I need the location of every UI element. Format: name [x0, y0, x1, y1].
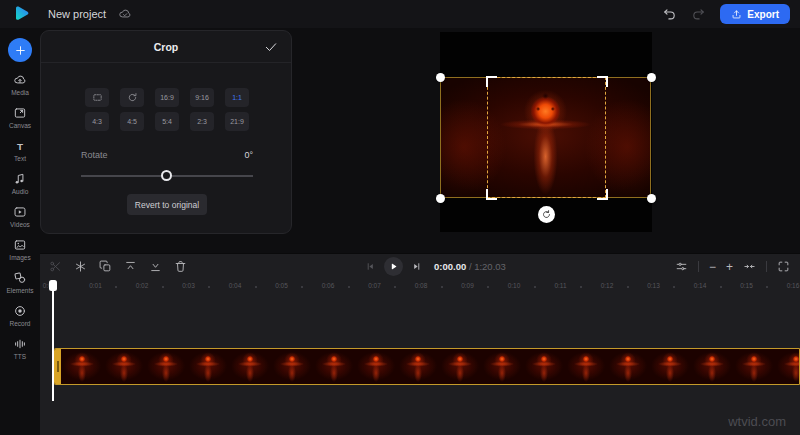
aspect-button-5-4[interactable]: 5:4 — [155, 112, 179, 131]
timeline: 0:00.00 / 1:20.03 − + 0:00 0:01 — [40, 253, 800, 435]
aspect-button-4-3[interactable]: 4:3 — [85, 112, 109, 131]
track-options-icon[interactable] — [675, 260, 688, 273]
crop-selection-box[interactable] — [487, 77, 606, 198]
aspect-row-1: 16:9 9:16 1:1 — [41, 88, 293, 107]
add-media-button[interactable] — [8, 38, 32, 62]
aspect-button-16-9[interactable]: 16:9 — [155, 88, 179, 107]
divider — [698, 261, 699, 272]
music-note-icon — [13, 172, 27, 186]
sidebar-item-videos[interactable]: Videos — [0, 200, 40, 233]
sidebar-item-label: Media — [11, 89, 29, 96]
previous-frame-icon[interactable] — [365, 261, 376, 272]
zoom-in-icon[interactable]: + — [726, 261, 733, 273]
playhead[interactable] — [49, 280, 58, 401]
crop-panel-header: Crop — [41, 31, 291, 63]
ruler-label: 0:05 — [275, 282, 288, 289]
crop-corner-handle-tl[interactable] — [486, 76, 497, 87]
clip-filmstrip — [61, 349, 799, 384]
sidebar-item-label: Audio — [12, 188, 29, 195]
media-corner-handle-tl[interactable] — [436, 73, 445, 82]
fullscreen-icon[interactable] — [777, 260, 790, 273]
total-time: 1:20.03 — [474, 261, 506, 272]
waveform-icon — [13, 337, 27, 351]
export-button[interactable]: Export — [720, 4, 790, 24]
topbar-actions: Export — [662, 0, 790, 28]
aspect-row-2: 4:3 4:5 5:4 2:3 21:9 — [41, 112, 293, 131]
sidebar-item-canvas[interactable]: Canvas — [0, 101, 40, 134]
aspect-button-1-1[interactable]: 1:1 — [225, 88, 249, 107]
crop-panel-title: Crop — [154, 41, 179, 53]
timeline-toolbar-left — [49, 254, 187, 279]
svg-text:T: T — [17, 141, 23, 152]
video-canvas[interactable] — [440, 32, 652, 232]
timeline-ruler[interactable]: 0:00 0:01 0:02 0:03 0:04 0:05 0:06 0:07 … — [40, 279, 800, 295]
duplicate-icon[interactable] — [99, 260, 112, 273]
crop-corner-handle-br[interactable] — [597, 189, 608, 200]
delete-icon[interactable] — [174, 260, 187, 273]
sidebar-item-media[interactable]: Media — [0, 68, 40, 101]
aspect-button-21-9[interactable]: 21:9 — [225, 112, 249, 131]
play-button[interactable] — [384, 257, 403, 276]
sidebar-item-images[interactable]: Images — [0, 233, 40, 266]
rotate-row: Rotate 0° — [81, 150, 253, 160]
media-corner-handle-bl[interactable] — [436, 194, 445, 203]
aspect-button-9-16[interactable]: 9:16 — [190, 88, 214, 107]
ruler-label: 0:14 — [694, 282, 707, 289]
video-play-icon — [13, 205, 27, 219]
media-corner-handle-br[interactable] — [647, 194, 656, 203]
rotate-slider-handle[interactable] — [161, 170, 172, 181]
video-clip[interactable] — [53, 348, 800, 385]
sidebar-item-record[interactable]: Record — [0, 299, 40, 332]
ruler-label: 0:10 — [508, 282, 521, 289]
record-icon — [13, 304, 27, 318]
playhead-line — [52, 282, 54, 401]
sidebar-item-tts[interactable]: TTS — [0, 332, 40, 365]
rotate-crop-button[interactable] — [120, 88, 144, 107]
sidebar-item-label: Record — [10, 320, 31, 327]
freeze-icon[interactable] — [74, 260, 87, 273]
freeform-crop-button[interactable] — [85, 88, 109, 107]
fit-timeline-icon[interactable] — [743, 260, 756, 273]
picture-icon — [13, 238, 27, 252]
media-corner-handle-tr[interactable] — [647, 73, 656, 82]
ruler-label: 0:11 — [554, 282, 566, 289]
sidebar-item-elements[interactable]: Elements — [0, 266, 40, 299]
rotate-handle[interactable] — [538, 206, 555, 223]
ruler-label: 0:04 — [229, 282, 242, 289]
send-backward-icon[interactable] — [149, 260, 162, 273]
rotate-icon — [541, 209, 552, 220]
ruler-label: 0:16 — [787, 282, 800, 289]
split-icon[interactable] — [49, 260, 62, 273]
ruler-label: 0:06 — [322, 282, 335, 289]
crop-corner-handle-bl[interactable] — [486, 189, 497, 200]
next-frame-icon[interactable] — [411, 261, 422, 272]
time-separator: / — [469, 261, 472, 272]
sidebar-item-label: Text — [14, 155, 26, 162]
revert-to-original-button[interactable]: Revert to original — [127, 194, 207, 215]
ruler-label: 0:09 — [461, 282, 474, 289]
sidebar-item-label: Elements — [6, 287, 33, 294]
aspect-button-2-3[interactable]: 2:3 — [190, 112, 214, 131]
aspect-button-4-5[interactable]: 4:5 — [120, 112, 144, 131]
confirm-check-icon[interactable] — [264, 40, 278, 54]
zoom-out-icon[interactable]: − — [709, 261, 716, 273]
ruler-label: 0:13 — [647, 282, 660, 289]
app-logo-icon[interactable] — [11, 4, 31, 24]
sidebar-item-text[interactable]: T Text — [0, 134, 40, 167]
freeform-crop-icon — [92, 92, 103, 103]
crop-corner-handle-tr[interactable] — [597, 76, 608, 87]
divider — [766, 261, 767, 272]
redo-icon[interactable] — [691, 7, 706, 22]
project-title[interactable]: New project — [48, 8, 106, 20]
timeline-toolbar: 0:00.00 / 1:20.03 − + — [40, 254, 800, 279]
sidebar-item-audio[interactable]: Audio — [0, 167, 40, 200]
cloud-saved-icon — [118, 7, 132, 21]
sidebar-item-label: TTS — [14, 353, 26, 360]
playback-controls: 0:00.00 / 1:20.03 — [365, 254, 506, 279]
bring-forward-icon[interactable] — [124, 260, 137, 273]
undo-icon[interactable] — [662, 7, 677, 22]
ruler-label: 0:08 — [415, 282, 428, 289]
rotate-slider[interactable] — [81, 170, 253, 182]
crop-panel: Crop 16:9 9:16 1:1 4:3 4:5 5:4 2:3 21:9 … — [40, 30, 292, 234]
watermark: wtvid.com — [728, 414, 786, 429]
